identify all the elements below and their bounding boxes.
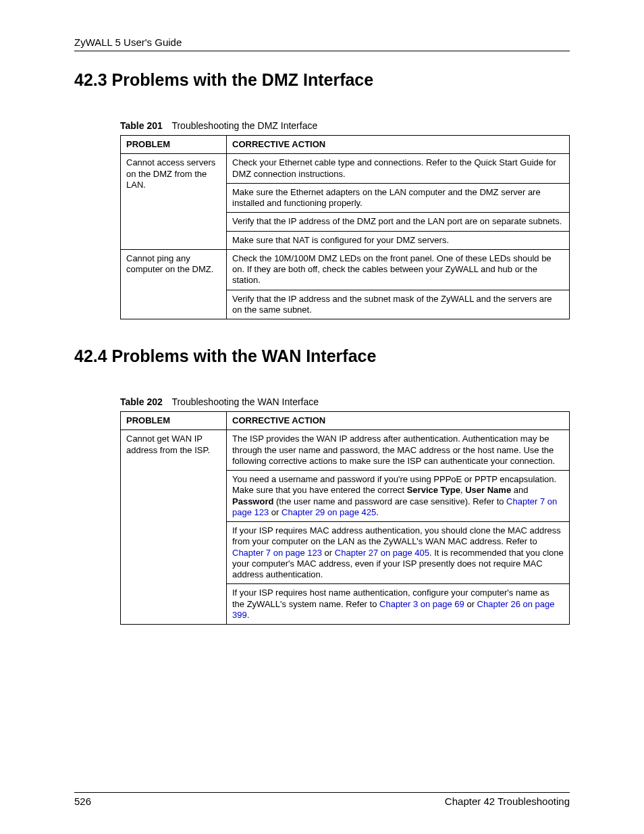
xref-link[interactable]: Chapter 3 on page 69 — [379, 599, 464, 609]
table-row: Cannot get WAN IP address from the ISP. … — [121, 430, 570, 471]
cell-action: You need a username and password if you'… — [227, 471, 570, 522]
table-number: Table 202 — [120, 396, 163, 407]
page-header: ZyWALL 5 User's Guide — [74, 36, 570, 51]
col-action: CORRECTIVE ACTION — [227, 136, 570, 154]
cell-action: Make sure the Ethernet adapters on the L… — [227, 183, 570, 213]
cell-action: The ISP provides the WAN IP address afte… — [227, 430, 570, 471]
page-footer: 526 Chapter 42 Troubleshooting — [74, 792, 570, 807]
col-problem: PROBLEM — [121, 136, 227, 154]
table-dmz: PROBLEM CORRECTIVE ACTION Cannot access … — [120, 135, 570, 319]
cell-action: Check your Ethernet cable type and conne… — [227, 154, 570, 184]
col-action: CORRECTIVE ACTION — [227, 412, 570, 430]
cell-action: If your ISP requires host name authentic… — [227, 584, 570, 625]
table-title: Troubleshooting the WAN Interface — [171, 396, 319, 407]
table-caption-202: Table 202 Troubleshooting the WAN Interf… — [74, 396, 570, 407]
cell-action: Make sure that NAT is configured for you… — [227, 231, 570, 249]
cell-problem: Cannot get WAN IP address from the ISP. — [121, 430, 227, 625]
table-wan: PROBLEM CORRECTIVE ACTION Cannot get WAN… — [120, 411, 570, 625]
table-header-row: PROBLEM CORRECTIVE ACTION — [121, 412, 570, 430]
table-header-row: PROBLEM CORRECTIVE ACTION — [121, 136, 570, 154]
cell-problem: Cannot ping any computer on the DMZ. — [121, 249, 227, 319]
page-number: 526 — [74, 796, 91, 807]
xref-link[interactable]: Chapter 7 on page 123 — [232, 548, 322, 558]
cell-action: Check the 10M/100M DMZ LEDs on the front… — [227, 249, 570, 290]
table-number: Table 201 — [120, 120, 163, 131]
header-title: ZyWALL 5 User's Guide — [74, 36, 182, 48]
table-row: Cannot access servers on the DMZ from th… — [121, 154, 570, 184]
cell-action: Verify that the IP address of the DMZ po… — [227, 213, 570, 231]
cell-action: If your ISP requires MAC address authent… — [227, 522, 570, 584]
table-caption-201: Table 201 Troubleshooting the DMZ Interf… — [74, 120, 570, 131]
xref-link[interactable]: Chapter 29 on page 425 — [281, 507, 376, 517]
col-problem: PROBLEM — [121, 412, 227, 430]
table-title: Troubleshooting the DMZ Interface — [171, 120, 317, 131]
xref-link[interactable]: Chapter 27 on page 405 — [335, 548, 429, 558]
cell-problem: Cannot access servers on the DMZ from th… — [121, 154, 227, 250]
section-heading-dmz: 42.3 Problems with the DMZ Interface — [74, 70, 570, 90]
chapter-label: Chapter 42 Troubleshooting — [445, 796, 570, 807]
table-row: Cannot ping any computer on the DMZ. Che… — [121, 249, 570, 290]
cell-action: Verify that the IP address and the subne… — [227, 290, 570, 319]
section-heading-wan: 42.4 Problems with the WAN Interface — [74, 346, 570, 366]
